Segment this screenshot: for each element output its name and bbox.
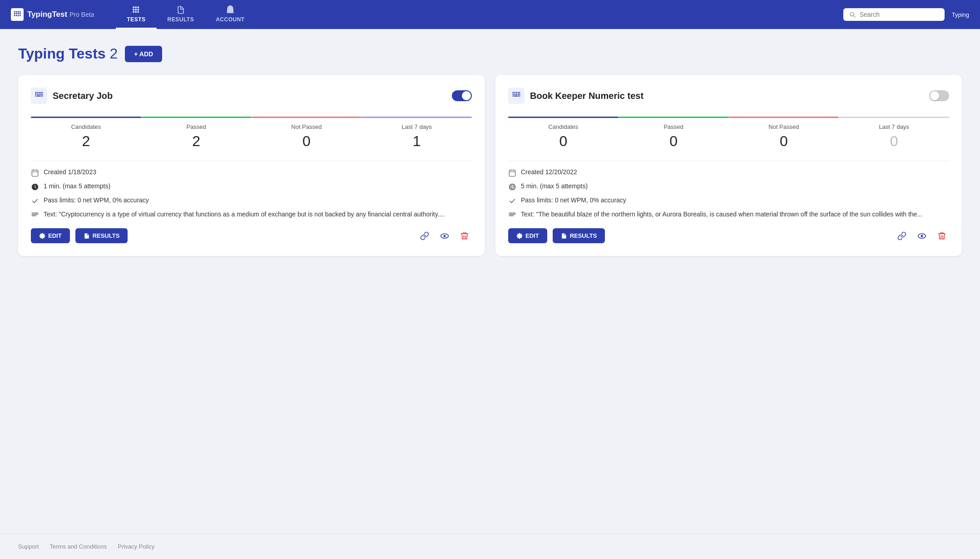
svg-rect-34 [42, 95, 43, 97]
svg-rect-1 [16, 11, 17, 13]
svg-rect-33 [40, 95, 42, 97]
stat-last-7-days: Last 7 days 1 [361, 113, 472, 150]
page-header: Typing Tests 2 + ADD [18, 45, 962, 62]
card-header: Book Keeper Numeric test [508, 88, 949, 104]
results-button[interactable]: RESULTS [553, 228, 605, 243]
svg-rect-30 [42, 93, 43, 95]
add-button[interactable]: + ADD [125, 46, 162, 62]
preview-icon[interactable] [915, 229, 929, 243]
stat-value: 2 [192, 133, 200, 150]
search-bar[interactable] [843, 8, 945, 21]
stat-label: Passed [186, 123, 206, 130]
svg-rect-47 [518, 93, 519, 95]
stat-value: 0 [890, 133, 898, 150]
check-icon [31, 197, 39, 205]
brand-logo[interactable]: TypingTest Pro Beta [11, 8, 94, 21]
svg-rect-52 [519, 95, 520, 97]
footer-link-2[interactable]: Privacy Policy [118, 543, 154, 550]
svg-rect-18 [133, 11, 134, 12]
nav-results[interactable]: RESULTS [157, 0, 205, 29]
svg-rect-42 [518, 92, 519, 93]
svg-rect-45 [514, 93, 515, 95]
stat-passed: Passed 0 [619, 113, 729, 150]
stat-candidates: Candidates 0 [508, 113, 619, 150]
card-title-text: Book Keeper Numeric test [530, 91, 643, 101]
svg-rect-9 [16, 15, 17, 16]
search-icon [849, 11, 856, 18]
svg-rect-12 [133, 6, 134, 8]
action-icons [417, 229, 472, 243]
nav-account[interactable]: ACCOUNT [205, 0, 256, 29]
svg-rect-5 [16, 13, 17, 15]
created-row: Created 12/20/2022 [508, 168, 949, 177]
svg-rect-41 [516, 92, 517, 93]
results-button[interactable]: RESULTS [75, 228, 128, 243]
calendar-icon [508, 169, 516, 177]
preview-icon[interactable] [437, 229, 452, 243]
calendar-icon [31, 169, 39, 177]
duration-row: 5 min. (max 5 attempts) [508, 182, 949, 191]
stat-value: 1 [413, 133, 421, 150]
svg-rect-7 [20, 13, 21, 15]
svg-rect-13 [135, 6, 136, 8]
svg-rect-6 [18, 13, 19, 15]
delete-icon[interactable] [935, 229, 949, 243]
stat-bar [839, 117, 949, 118]
keyboard-icon [31, 88, 47, 104]
footer-link-0[interactable]: Support [18, 543, 39, 550]
stat-not-passed: Not Passed 0 [252, 113, 362, 150]
svg-rect-20 [137, 11, 139, 12]
svg-point-56 [921, 235, 923, 237]
stat-value: 0 [780, 133, 788, 150]
card-meta: Created 12/20/2022 5 min. (max 5 attempt… [508, 168, 949, 219]
link-icon[interactable] [895, 229, 909, 243]
stat-bar [619, 117, 729, 118]
card-toggle[interactable] [452, 90, 472, 101]
svg-rect-32 [37, 95, 40, 97]
svg-rect-19 [135, 11, 136, 12]
svg-rect-28 [39, 93, 40, 95]
svg-rect-10 [18, 15, 19, 16]
text-preview: Text: "Cryptocurrency is a type of virtu… [44, 211, 445, 218]
text-preview: Text: "The beautiful blaze of the northe… [521, 211, 922, 218]
card-actions: EDIT RESULTS [508, 228, 949, 243]
stat-bar [729, 117, 839, 118]
card-meta: Created 1/18/2023 1 min. (max 5 attempts… [31, 168, 472, 219]
search-input[interactable] [860, 11, 939, 18]
svg-rect-44 [513, 93, 514, 95]
pass-limits-row: Pass limits: 0 net WPM, 0% accuracy [508, 196, 949, 205]
svg-rect-15 [133, 9, 134, 10]
action-icons [895, 229, 949, 243]
stat-label: Last 7 days [401, 123, 432, 130]
edit-button[interactable]: EDIT [508, 228, 547, 243]
card-toggle[interactable] [929, 90, 949, 101]
stat-candidates: Candidates 2 [31, 113, 141, 150]
edit-button[interactable]: EDIT [31, 228, 70, 243]
card-book-keeper: Book Keeper Numeric test Candidates 0 Pa… [495, 75, 962, 256]
svg-point-38 [444, 235, 446, 237]
stat-label: Not Passed [291, 123, 322, 130]
stat-passed: Passed 2 [141, 113, 252, 150]
stat-value: 0 [669, 133, 678, 150]
svg-rect-24 [40, 92, 42, 93]
duration-row: 1 min. (max 5 attempts) [31, 182, 472, 191]
footer-link-1[interactable]: Terms and Conditions [50, 543, 107, 550]
card-header: Secretary Job [31, 88, 472, 104]
link-icon[interactable] [417, 229, 432, 243]
card-title-row: Book Keeper Numeric test [508, 88, 643, 104]
check-icon [508, 197, 516, 205]
svg-rect-25 [42, 92, 43, 93]
created-text: Created 1/18/2023 [44, 168, 96, 176]
text-preview-row: Text: "The beautiful blaze of the northe… [508, 211, 949, 219]
delete-icon[interactable] [457, 229, 472, 243]
stat-label: Last 7 days [879, 123, 909, 130]
pass-limits-row: Pass limits: 0 net WPM, 0% accuracy [31, 196, 472, 205]
svg-rect-8 [14, 15, 15, 16]
svg-rect-40 [514, 92, 515, 93]
footer: SupportTerms and ConditionsPrivacy Polic… [0, 534, 980, 559]
card-secretary-job: Secretary Job Candidates 2 Passed 2 [18, 75, 485, 256]
svg-rect-39 [513, 92, 514, 93]
nav-tests[interactable]: TESTS [116, 0, 156, 29]
clock-icon [31, 183, 39, 191]
stat-value: 0 [559, 133, 567, 150]
